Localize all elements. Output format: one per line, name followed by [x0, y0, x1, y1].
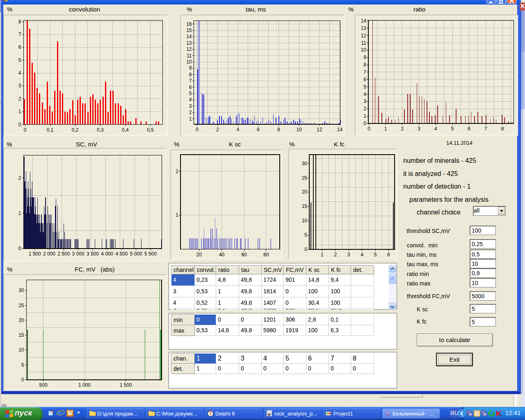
svg-text:4: 4	[18, 70, 21, 76]
svg-text:0,1: 0,1	[47, 127, 54, 133]
svg-text:W: W	[267, 413, 271, 417]
svg-text:14: 14	[186, 34, 192, 39]
svg-text:25: 25	[18, 303, 24, 308]
svg-text:3: 3	[18, 83, 21, 89]
svg-text:e: e	[57, 409, 62, 417]
svg-text:20: 20	[302, 189, 308, 195]
svg-text:6: 6	[363, 77, 366, 82]
svg-text:0,4: 0,4	[122, 127, 129, 133]
svg-text:5: 5	[189, 91, 192, 96]
svg-text:0: 0	[24, 127, 27, 133]
svg-text:5: 5	[363, 84, 366, 90]
svg-text:1: 1	[321, 252, 324, 258]
svg-text:0: 0	[196, 127, 199, 132]
svg-text:2: 2	[363, 106, 366, 112]
svg-text:2 000: 2 000	[43, 251, 55, 257]
svg-text:6: 6	[468, 126, 470, 132]
svg-text:11: 11	[361, 40, 367, 46]
svg-text:10: 10	[296, 127, 302, 132]
svg-text:12: 12	[186, 46, 192, 52]
svg-text:0: 0	[18, 122, 21, 128]
svg-text:15: 15	[18, 332, 24, 338]
svg-text:1 500: 1 500	[29, 251, 41, 257]
svg-text:14: 14	[361, 18, 367, 24]
svg-text:3: 3	[363, 98, 366, 104]
svg-text:4: 4	[361, 252, 363, 258]
svg-text:80: 80	[263, 252, 269, 258]
svg-text:2: 2	[18, 175, 21, 181]
svg-text:30: 30	[302, 161, 308, 167]
svg-text:2: 2	[334, 252, 337, 258]
svg-text:1: 1	[384, 126, 387, 132]
svg-text:11: 11	[187, 53, 192, 59]
svg-text:1 500: 1 500	[120, 382, 132, 388]
svg-text:10: 10	[186, 59, 192, 65]
svg-text:4: 4	[363, 91, 366, 97]
svg-text:5 000: 5 000	[130, 251, 142, 257]
svg-text:9: 9	[189, 65, 192, 71]
svg-text:16: 16	[186, 21, 192, 27]
svg-text:4: 4	[189, 97, 192, 103]
svg-text:10: 10	[18, 347, 24, 353]
svg-text:13: 13	[361, 25, 367, 31]
svg-text:4 500: 4 500	[115, 251, 128, 257]
svg-text:8: 8	[18, 19, 21, 25]
svg-text:12: 12	[317, 127, 322, 132]
svg-text:10: 10	[361, 47, 367, 53]
svg-text:1: 1	[363, 113, 366, 119]
svg-text:7: 7	[363, 69, 366, 75]
svg-text:0: 0	[368, 126, 370, 132]
svg-text:8: 8	[501, 126, 504, 132]
svg-text:2: 2	[176, 169, 178, 174]
svg-text:0,5: 0,5	[147, 127, 154, 133]
svg-text:4: 4	[434, 126, 437, 132]
svg-text:6: 6	[257, 127, 260, 132]
svg-text:3 500: 3 500	[87, 251, 99, 257]
svg-text:3 000: 3 000	[72, 251, 84, 257]
svg-text:20: 20	[196, 252, 202, 258]
svg-text:25: 25	[302, 175, 308, 181]
svg-text:5: 5	[304, 232, 307, 238]
svg-text:2 500: 2 500	[57, 251, 70, 257]
svg-text:5: 5	[374, 252, 377, 258]
svg-text:60: 60	[241, 252, 247, 258]
svg-text:8: 8	[189, 72, 192, 78]
svg-text:4 000: 4 000	[101, 251, 113, 257]
svg-text:10: 10	[302, 218, 308, 224]
svg-text:5 500: 5 500	[144, 251, 157, 257]
svg-text:0: 0	[304, 247, 307, 252]
svg-text:6: 6	[387, 252, 390, 258]
svg-text:2: 2	[401, 126, 404, 132]
svg-text:7: 7	[189, 78, 192, 84]
svg-text:3: 3	[347, 252, 350, 258]
svg-text:5: 5	[21, 362, 24, 368]
svg-text:12: 12	[361, 33, 367, 39]
svg-text:8: 8	[277, 127, 280, 132]
svg-text:14: 14	[337, 127, 343, 132]
svg-text:30: 30	[18, 288, 24, 293]
svg-text:1: 1	[176, 212, 178, 218]
svg-text:6: 6	[189, 84, 192, 90]
svg-text:4: 4	[237, 127, 240, 132]
svg-text:7: 7	[484, 126, 487, 132]
svg-text:1 000: 1 000	[78, 382, 91, 388]
svg-text:2: 2	[18, 96, 21, 102]
svg-text:13: 13	[186, 40, 192, 46]
svg-text:1: 1	[18, 109, 21, 114]
svg-text:3: 3	[418, 126, 420, 132]
svg-text:0,3: 0,3	[97, 127, 104, 133]
svg-text:2: 2	[216, 127, 219, 132]
svg-text:3: 3	[189, 103, 192, 109]
svg-text:5: 5	[18, 57, 21, 63]
svg-text:0: 0	[363, 121, 366, 126]
svg-text:40: 40	[219, 252, 225, 258]
svg-text:5: 5	[451, 126, 454, 132]
svg-text:500: 500	[39, 382, 48, 388]
svg-text:9: 9	[363, 55, 366, 60]
svg-text:1: 1	[18, 210, 21, 216]
svg-text:0: 0	[18, 246, 21, 251]
svg-text:7: 7	[18, 32, 21, 37]
svg-text:6: 6	[18, 44, 21, 50]
svg-text:20: 20	[18, 317, 24, 323]
svg-text:0: 0	[21, 377, 24, 383]
